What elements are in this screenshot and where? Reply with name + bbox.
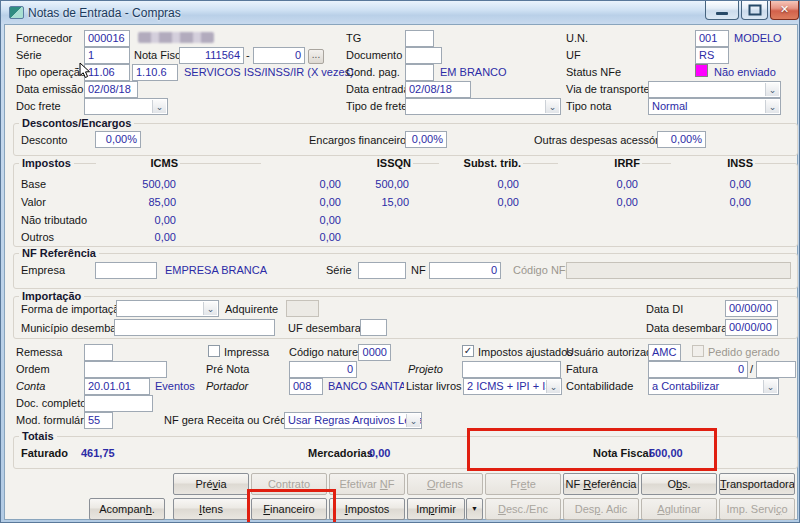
pre-nota-input[interactable]: 0 [289,361,357,378]
impostos-value: 0,00 [558,196,638,209]
minimize-icon [716,12,728,15]
pedido-gerado-checkbox [692,345,704,357]
portador-descricao: BANCO SANTANDE [328,380,404,393]
contabilidade-select[interactable]: a Contabilizar ⌄ [648,378,779,395]
faturado-value: 461,75 [81,447,115,460]
impostos-value: 0,00 [261,214,341,227]
cond-pag-input[interactable] [405,64,434,81]
fatura-parcela-input[interactable] [756,361,796,378]
tipo-frete-select[interactable]: ⌄ [405,98,561,115]
impostos-value: 0,00 [439,196,519,209]
doc-completo-label: Doc. completo [16,397,86,410]
desconto-input[interactable]: 0,00% [95,131,141,148]
financeiro-button[interactable]: Financeiro [251,498,327,520]
transportadora-button[interactable]: Transportadora [719,473,795,495]
impostos-value: 15,00 [329,196,409,209]
remessa-label: Remessa [16,346,62,359]
tg-input[interactable] [405,30,434,47]
forma-importacao-label: Forma de importação [21,303,126,316]
empresa-input[interactable] [95,262,157,279]
conta-input[interactable]: 20.01.01 [84,378,150,395]
data-desembaraco-input[interactable]: 00/00/00 [725,319,778,336]
tipo-operacao-cfop-input[interactable]: 1.10.6 [132,64,178,81]
desconto-label: Desconto [21,134,67,147]
imprimir-dropdown-button[interactable]: ▼ [466,498,483,520]
fornecedor-input[interactable]: 000016 [84,30,130,47]
window: Notas de Entrada - Compras ✕ Fornecedor … [0,0,800,523]
mod-formulario-input[interactable]: 55 [84,412,113,429]
tg-label: TG [346,32,361,45]
minimize-button[interactable] [705,1,739,20]
doc-frete-select[interactable]: ⌄ [84,98,168,115]
impostos-col-subst: Subst. trib. [439,157,523,170]
data-emissao-input[interactable]: 02/08/18 [84,81,138,98]
fatura-input[interactable]: 0 [648,361,748,378]
impostos-button[interactable]: Impostos [329,498,405,520]
previa-button[interactable]: Prévia [173,473,249,495]
nf-ref-nf-input[interactable]: 0 [429,262,501,279]
maximize-button[interactable] [741,1,768,20]
portador-input[interactable]: 008 [289,378,323,395]
maximize-icon [748,5,761,16]
impostos-value: 0,00 [261,231,341,244]
impostos-value: 0,00 [671,178,751,191]
documento-input[interactable] [405,47,442,64]
impostos-col-issqn: ISSQN [329,157,413,170]
via-transporte-select[interactable]: ⌄ [648,81,781,98]
fornecedor-label: Fornecedor [16,32,72,45]
impressa-checkbox[interactable] [208,345,220,357]
chevron-down-icon: ⌄ [545,100,559,113]
nota-fiscal-lookup-button[interactable]: ... [308,49,324,64]
close-button[interactable]: ✕ [770,1,799,20]
descontos-title: Descontos/Encargos [19,117,134,129]
nf-gera-value: Usar Regras Arquivos Legais [288,414,422,426]
nota-fiscal-sufixo-input[interactable]: 0 [253,47,305,64]
uf-input[interactable]: RS [695,47,729,64]
projeto-input[interactable] [462,361,561,378]
doc-frete-label: Doc frete [16,100,61,113]
nota-fiscal-numero-input[interactable]: 111564 [179,47,244,64]
impostos-row-label: Base [21,178,46,191]
doc-completo-input[interactable] [84,395,153,412]
status-nfe-text: Não enviado [714,66,776,79]
data-entrada-input[interactable]: 02/08/18 [405,81,471,98]
nf-gera-select[interactable]: Usar Regras Arquivos Legais ⌄ [284,412,422,429]
nf-ref-nf-label: NF [411,264,426,277]
tipo-nota-select[interactable]: Normal ⌄ [648,98,781,115]
imprimir-button[interactable]: Imprimir [407,498,465,520]
data-di-input[interactable]: 00/00/00 [725,300,778,317]
uf-label: UF [566,49,581,62]
chevron-down-icon: ⌄ [765,100,779,113]
un-input[interactable]: 001 [695,30,729,47]
imp-servico-button: Imp. Serviço [719,498,795,520]
encargos-input[interactable]: 0,00% [405,131,447,148]
obs-button[interactable]: Obs. [641,473,717,495]
ordem-input[interactable] [84,361,167,378]
listar-livros-select[interactable]: 2 ICMS + IPI + ISS ⌄ [463,378,562,395]
outras-despesas-input[interactable]: 0,00% [657,131,706,148]
pedido-gerado-label: Pedido gerado [708,346,780,359]
municipio-desembaraco-input[interactable] [114,319,275,336]
title-bar: Notas de Entrada - Compras ✕ [1,1,799,24]
impostos-value: 0,00 [96,214,176,227]
ordens-button: Ordens [407,473,483,495]
remessa-input[interactable] [84,344,113,361]
empresa-descricao: EMPRESA BRANCA [165,264,267,277]
forma-importacao-select[interactable]: ⌄ [116,300,219,317]
acompanh-button[interactable]: Acompanh. [89,498,165,520]
frete-button: Frete [485,473,561,495]
nf-referencia-title: NF Referência [19,247,99,259]
impostos-col-irrf: IRRF [558,157,642,170]
portador-label: Portador [206,380,248,393]
itens-button[interactable]: Itens [173,498,249,520]
nf-referencia-button[interactable]: NF Referência [563,473,639,495]
chevron-down-icon: ⌄ [406,414,420,427]
codigo-natureza-input[interactable]: 0000 [358,344,391,361]
uf-desembaraco-input[interactable] [360,319,387,336]
fatura-separator: / [750,363,753,376]
nf-ref-serie-input[interactable] [358,262,406,279]
chevron-down-icon: ⌄ [203,302,217,315]
usuario-autorizado-input[interactable]: AMC [648,344,681,361]
impostos-ajustados-label: Impostos ajustados [478,346,573,359]
impostos-ajustados-checkbox[interactable]: ✓ [462,345,474,357]
